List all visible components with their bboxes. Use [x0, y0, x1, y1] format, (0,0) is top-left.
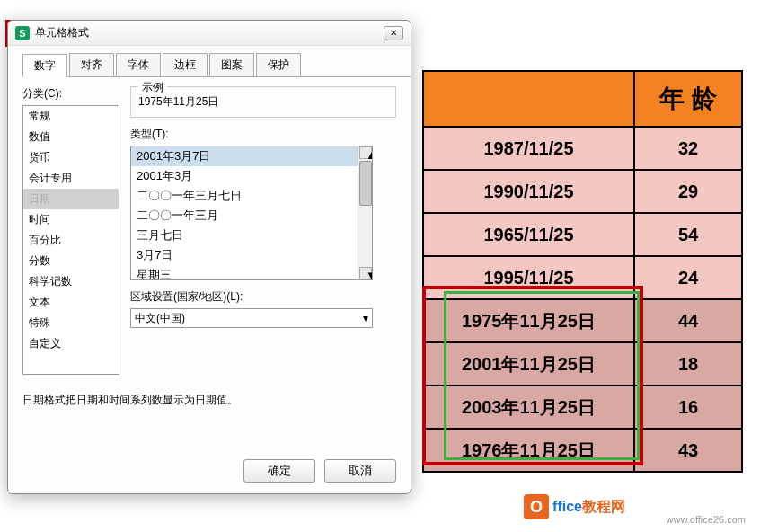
cell-date[interactable]: 1995/11/25 [423, 256, 634, 299]
chevron-down-icon: ▾ [363, 312, 368, 324]
tab-border[interactable]: 边框 [163, 53, 208, 76]
dialog-title: 单元格格式 [35, 25, 384, 40]
tab-font[interactable]: 字体 [116, 53, 161, 76]
cancel-button[interactable]: 取消 [324, 459, 396, 483]
scrollbar[interactable]: ▲ ▼ [358, 146, 372, 279]
category-item[interactable]: 时间 [23, 209, 119, 230]
close-button[interactable]: ✕ [384, 26, 403, 40]
cell-date[interactable]: 1975年11月25日 [423, 299, 634, 342]
cell-age[interactable]: 16 [634, 386, 742, 429]
cell-age[interactable]: 32 [634, 127, 742, 170]
category-item[interactable]: 货币 [23, 147, 119, 168]
type-listbox[interactable]: 2001年3月7日 2001年3月 二〇〇一年三月七日 二〇〇一年三月 三月七日… [130, 146, 373, 280]
tab-strip: 数字 对齐 字体 边框 图案 保护 [22, 53, 411, 77]
tab-pattern[interactable]: 图案 [209, 53, 254, 76]
ok-button[interactable]: 确定 [243, 459, 315, 483]
office-text: ffice教程网 [552, 498, 625, 517]
type-item[interactable]: 2001年3月7日 [131, 146, 372, 166]
category-item[interactable]: 科学记数 [23, 271, 119, 292]
cell-age[interactable]: 18 [634, 342, 742, 386]
cell-date[interactable]: 2001年11月25日 [423, 342, 634, 386]
locale-label: 区域设置(国家/地区)(L): [130, 289, 396, 305]
category-label: 分类(C): [22, 86, 119, 102]
cell-age[interactable]: 29 [634, 170, 742, 213]
cell-age[interactable]: 43 [634, 429, 742, 472]
tab-protect[interactable]: 保护 [256, 53, 301, 76]
cell-date[interactable]: 2003年11月25日 [423, 386, 634, 429]
type-label: 类型(T): [130, 127, 396, 142]
cell-age[interactable]: 44 [634, 299, 742, 342]
category-item-date[interactable]: 日期 [23, 189, 119, 209]
office-logo: O ffice教程网 [524, 494, 625, 519]
category-item[interactable]: 特殊 [23, 313, 119, 333]
cell-format-dialog: S 单元格格式 ✕ 数字 对齐 字体 边框 图案 保护 分类(C): 常规 数值… [7, 20, 411, 494]
cell-date[interactable]: 1990/11/25 [423, 170, 634, 213]
app-icon: S [15, 26, 30, 40]
data-table: 年 龄 1987/11/2532 1990/11/2529 1965/11/25… [422, 70, 743, 473]
cell-age[interactable]: 54 [634, 213, 742, 256]
category-item[interactable]: 文本 [23, 292, 119, 313]
category-item[interactable]: 常规 [23, 106, 119, 127]
type-item[interactable]: 二〇〇一年三月七日 [131, 186, 372, 206]
type-item[interactable]: 二〇〇一年三月 [131, 206, 372, 226]
format-description: 日期格式把日期和时间系列数显示为日期值。 [22, 393, 396, 408]
category-item[interactable]: 数值 [23, 127, 119, 147]
cell-date[interactable]: 1976年11月25日 [423, 429, 634, 472]
category-item[interactable]: 自定义 [23, 333, 119, 354]
category-item[interactable]: 百分比 [23, 230, 119, 251]
scroll-down-arrow[interactable]: ▼ [359, 267, 372, 279]
scroll-up-arrow[interactable]: ▲ [359, 146, 372, 159]
type-item[interactable]: 3月7日 [131, 245, 372, 265]
example-box: 示例 1975年11月25日 [130, 86, 396, 118]
header-date-hidden [423, 71, 634, 127]
tab-alignment[interactable]: 对齐 [69, 53, 114, 76]
example-label: 示例 [138, 80, 167, 95]
type-item[interactable]: 2001年3月 [131, 166, 372, 186]
example-value: 1975年11月25日 [138, 94, 388, 110]
type-item[interactable]: 三月七日 [131, 226, 372, 245]
url-watermark: www.office26.com [667, 514, 746, 525]
cell-date[interactable]: 1965/11/25 [423, 213, 634, 256]
locale-value: 中文(中国) [135, 311, 185, 326]
scroll-thumb[interactable] [359, 161, 372, 206]
type-item[interactable]: 星期三 [131, 265, 372, 280]
cell-age[interactable]: 24 [634, 256, 742, 299]
category-item[interactable]: 分数 [23, 251, 119, 271]
office-icon: O [524, 494, 549, 519]
cell-date[interactable]: 1987/11/25 [423, 127, 634, 170]
tab-number[interactable]: 数字 [22, 54, 67, 77]
header-age: 年 龄 [634, 71, 742, 127]
category-item[interactable]: 会计专用 [23, 168, 119, 189]
locale-dropdown[interactable]: 中文(中国) ▾ [130, 308, 373, 328]
dialog-titlebar[interactable]: S 单元格格式 ✕ [8, 21, 411, 46]
category-listbox[interactable]: 常规 数值 货币 会计专用 日期 时间 百分比 分数 科学记数 文本 特殊 自定… [22, 105, 119, 375]
